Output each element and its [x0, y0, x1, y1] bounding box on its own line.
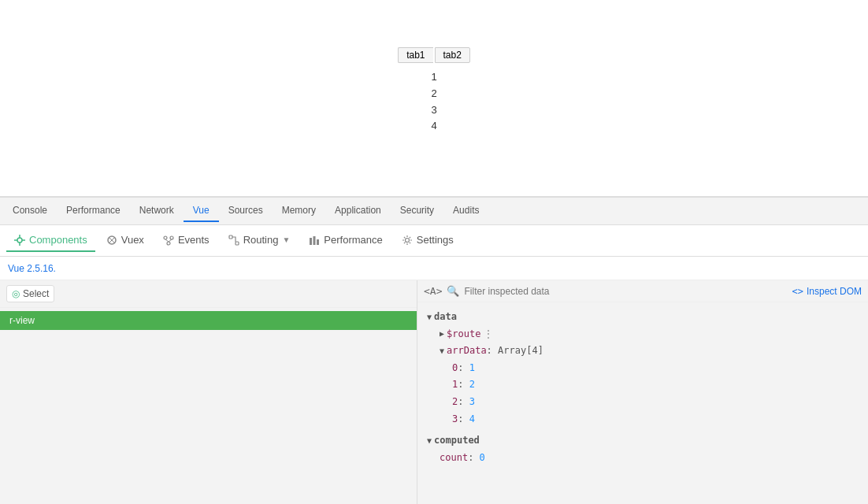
count-value: 0: [480, 450, 485, 467]
left-panel-toolbar: ◎ Select: [0, 280, 417, 308]
left-panel: ◎ Select r-view: [0, 280, 417, 504]
svg-point-0: [17, 238, 22, 243]
computed-label: computed: [434, 432, 480, 450]
vue-version: Vue 2.5.16.: [8, 263, 56, 274]
tab-console[interactable]: Console: [3, 200, 57, 222]
route-arrow[interactable]: [440, 327, 444, 341]
arr-index-1: 1: [452, 376, 458, 394]
vue-toolbar: Components Vuex: [0, 225, 868, 257]
devtools-panel: Console Performance Network Vue Sources …: [0, 197, 868, 504]
vue-tab-components-label: Components: [29, 234, 87, 246]
arr-colon-0: :: [458, 360, 469, 377]
right-panel: <A> 🔍 <> Inspect DOM data $route: [417, 280, 868, 504]
svg-point-9: [170, 236, 173, 239]
arr-index-2: 2: [452, 394, 458, 411]
vue-tab-performance[interactable]: Performance: [301, 229, 390, 252]
routing-dropdown-icon[interactable]: ▼: [282, 235, 290, 244]
svg-rect-14: [236, 242, 239, 245]
performance-icon: [309, 235, 320, 246]
component-list: r-view: [0, 308, 417, 504]
arrdata-arrow[interactable]: [440, 344, 444, 358]
tab-performance[interactable]: Performance: [57, 200, 130, 222]
tab1-button[interactable]: tab1: [398, 47, 432, 63]
tab-memory[interactable]: Memory: [273, 200, 325, 222]
route-menu[interactable]: ⋮: [484, 326, 493, 343]
arr-colon-2: :: [458, 394, 469, 411]
search-icon: 🔍: [447, 285, 459, 297]
browser-content: tab1 tab2 1 2 3 4: [0, 0, 868, 197]
components-icon: [14, 235, 25, 246]
arr-colon-3: :: [458, 411, 469, 428]
data-label: data: [434, 309, 457, 326]
arr-value-2: 3: [469, 394, 475, 411]
data-arrow[interactable]: [427, 310, 432, 324]
component-item-r-view[interactable]: r-view: [0, 311, 417, 330]
select-target-icon: ◎: [12, 288, 20, 299]
select-button-label: Select: [23, 288, 49, 299]
page-content: 1 2 3 4: [431, 69, 436, 135]
arrdata-row: arrData : Array[4]: [427, 343, 859, 360]
tab-security[interactable]: Security: [391, 200, 443, 222]
devtools-main: ◎ Select r-view <A> 🔍 <> Inspect DOM: [0, 280, 868, 504]
tab-buttons: tab1 tab2: [398, 47, 470, 63]
count-key: count: [440, 450, 468, 467]
vue-tab-performance-label: Performance: [324, 234, 382, 246]
page-number-4: 4: [431, 118, 436, 135]
arr-value-3: 4: [469, 411, 475, 428]
tab-application[interactable]: Application: [325, 200, 391, 222]
svg-point-10: [167, 242, 170, 245]
arr-item-3: 3 : 4: [427, 411, 859, 428]
svg-line-11: [165, 239, 169, 242]
vue-tab-settings[interactable]: Settings: [394, 229, 462, 252]
arr-item-1: 1 : 2: [427, 376, 859, 394]
arr-index-0: 0: [452, 360, 458, 377]
events-icon: [163, 235, 174, 246]
svg-line-12: [169, 239, 172, 242]
arrdata-key: arrData: [447, 343, 487, 360]
settings-icon: [402, 235, 413, 246]
vue-tab-settings-label: Settings: [417, 234, 454, 246]
svg-point-8: [164, 236, 167, 239]
inspect-dom-icon: <>: [792, 286, 803, 297]
vue-tab-vuex-label: Vuex: [121, 234, 144, 246]
version-bar: Vue 2.5.16.: [0, 257, 868, 280]
svg-rect-13: [229, 235, 232, 239]
tab2-button[interactable]: tab2: [435, 47, 470, 63]
arr-index-3: 3: [452, 411, 458, 428]
arr-item-2: 2 : 3: [427, 394, 859, 411]
vue-tab-routing-label: Routing: [243, 234, 279, 246]
vue-tab-events[interactable]: Events: [155, 229, 217, 252]
vue-tab-events-label: Events: [178, 234, 210, 246]
component-name-r-view: r-view: [9, 315, 35, 326]
vuex-icon: [106, 235, 117, 246]
vue-tab-routing[interactable]: Routing ▼: [221, 229, 299, 252]
inspect-dom-label: Inspect DOM: [807, 286, 862, 297]
svg-rect-16: [313, 236, 316, 245]
computed-arrow[interactable]: [427, 434, 432, 448]
arr-colon-1: :: [458, 376, 469, 394]
select-button[interactable]: ◎ Select: [6, 285, 54, 302]
arrdata-separator: :: [487, 343, 498, 360]
page-number-2: 2: [431, 86, 436, 102]
tab-audits[interactable]: Audits: [443, 200, 488, 222]
routing-icon: [228, 235, 239, 246]
data-section-row: data: [427, 309, 859, 326]
vue-tab-components[interactable]: Components: [6, 229, 95, 252]
tab-network[interactable]: Network: [130, 200, 184, 222]
svg-point-18: [405, 238, 409, 242]
svg-rect-15: [310, 238, 312, 245]
devtools-tab-bar: Console Performance Network Vue Sources …: [0, 198, 868, 225]
inspect-dom-button[interactable]: <> Inspect DOM: [792, 286, 862, 297]
tab-vue[interactable]: Vue: [184, 200, 219, 222]
filter-input[interactable]: [464, 286, 787, 297]
right-toolbar: <A> 🔍 <> Inspect DOM: [417, 280, 868, 302]
tab-sources[interactable]: Sources: [219, 200, 273, 222]
arr-value-1: 2: [469, 376, 475, 394]
count-row: count : 0: [427, 450, 859, 467]
arr-value-0: 1: [469, 360, 475, 377]
vue-tab-vuex[interactable]: Vuex: [98, 229, 152, 252]
arr-item-0: 0 : 1: [427, 360, 859, 377]
route-row: $route ⋮: [427, 326, 859, 343]
page-number-1: 1: [431, 69, 436, 86]
count-colon: :: [468, 450, 479, 467]
